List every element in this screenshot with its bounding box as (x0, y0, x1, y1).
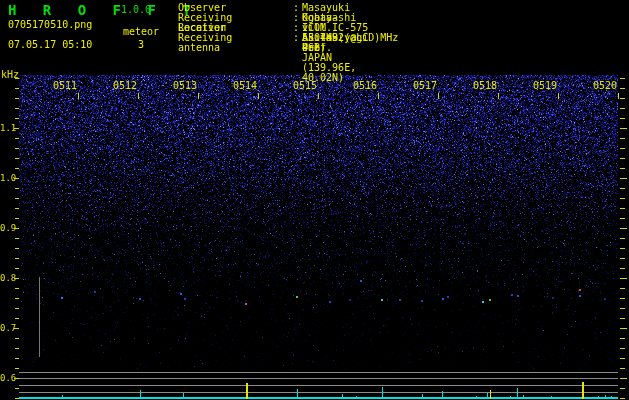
time-label: 0516 (351, 80, 377, 91)
time-label: 0511 (51, 80, 77, 91)
time-label: 0520 (591, 80, 617, 91)
capture-filename: 0705170510.png (8, 19, 92, 30)
freq-label: 0.6 (0, 373, 16, 383)
time-label: 0519 (531, 80, 557, 91)
capture-datetime: 07.05.17 05:10 (8, 39, 92, 50)
info-colon: : (293, 33, 299, 43)
time-label: 0513 (171, 80, 197, 91)
text-overlay: H R O F F T 1.0.0 0705170510.png meteor … (0, 0, 629, 400)
time-label: 0515 (291, 80, 317, 91)
app-version: 1.0.0 (121, 4, 151, 15)
freq-label: 0.9 (0, 223, 16, 233)
time-label: 0514 (231, 80, 257, 91)
time-label: 0517 (411, 80, 437, 91)
freq-unit-label: kHz (1, 69, 19, 80)
observation-mode: meteor (123, 26, 159, 37)
freq-label: 1.1 (0, 123, 16, 133)
echo-count: 3 (138, 39, 144, 50)
info-value: A504HB(yagi 4el) (302, 33, 368, 53)
hrofft-screen: H R O F F T 1.0.0 0705170510.png meteor … (0, 0, 629, 400)
time-label: 0518 (471, 80, 497, 91)
freq-label: 0.7 (0, 323, 16, 333)
time-label: 0512 (111, 80, 137, 91)
freq-label: 0.8 (0, 273, 16, 283)
freq-label: 1.0 (0, 173, 16, 183)
app-title: H R O F F T (8, 2, 200, 18)
info-label: Receiving antenna (178, 33, 232, 53)
